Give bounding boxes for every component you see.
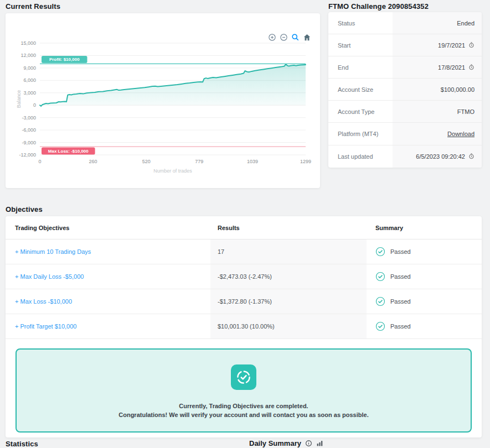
end-date-value: 17/8/2021 (438, 64, 465, 71)
detail-label: Platform (MT4) (328, 123, 393, 144)
column-header-summary: Summary (367, 225, 482, 231)
account-size-value: $100,000.00 (441, 86, 474, 93)
zoom-in-icon[interactable] (268, 33, 276, 41)
svg-text:-12,000: -12,000 (19, 152, 36, 158)
last-updated-value: 6/5/2023 09:20:42 (416, 153, 465, 160)
svg-text:-3,000: -3,000 (22, 115, 36, 121)
svg-text:3,000: 3,000 (23, 90, 36, 96)
svg-text:-6,000: -6,000 (22, 127, 36, 133)
status-badge: Passed (390, 273, 411, 280)
svg-text:Max Loss: -$10,000: Max Loss: -$10,000 (48, 149, 89, 154)
svg-text:260: 260 (89, 159, 97, 164)
svg-text:Balance: Balance (16, 90, 22, 108)
success-message-line2: Congratulations! We will verify your acc… (17, 410, 471, 419)
svg-text:-9,000: -9,000 (22, 140, 36, 145)
status-badge: Passed (390, 298, 411, 305)
start-date-value: 19/7/2021 (438, 42, 465, 49)
svg-text:1039: 1039 (247, 159, 258, 164)
svg-text:Profit: $10,000: Profit: $10,000 (49, 57, 80, 62)
svg-text:6,000: 6,000 (23, 77, 36, 83)
passed-check-icon (375, 247, 385, 257)
status-badge: Passed (390, 323, 411, 330)
success-message-line1: Currently, Trading Objectives are comple… (17, 402, 471, 410)
objective-result: -$1,372.80 (-1.37%) (210, 289, 367, 314)
detail-row-end: End 17/8/2021 (328, 56, 482, 79)
balance-chart-card: 15,00012,0009,0006,0003,0000-3,000-6,000… (6, 13, 320, 188)
objectives-table-header: Trading Objectives Results Summary (6, 216, 482, 239)
detail-label: Last updated (328, 145, 393, 168)
detail-label: End (328, 56, 393, 78)
challenge-title: FTMO Challenge 2090854352 (328, 2, 429, 11)
objective-link-max-loss[interactable]: + Max Loss -$10,000 (15, 298, 72, 305)
objective-result: -$2,473.03 (-2.47%) (210, 264, 367, 289)
detail-label: Start (328, 34, 393, 56)
svg-text:12,000: 12,000 (20, 53, 36, 58)
status-badge: Passed (390, 248, 411, 255)
objective-result: $10,001.30 (10.00%) (210, 314, 367, 338)
selection-zoom-icon[interactable] (291, 33, 300, 41)
table-row: + Max Loss -$10,000 -$1,372.80 (-1.37%) … (6, 289, 482, 314)
account-type-value: FTMO (457, 108, 474, 115)
detail-label: Account Type (328, 101, 393, 122)
svg-text:0: 0 (33, 102, 36, 108)
svg-text:9,000: 9,000 (23, 65, 36, 71)
passed-check-icon (375, 272, 385, 282)
home-icon[interactable] (303, 33, 311, 41)
daily-summary-header: Daily Summary (249, 439, 323, 447)
statistics-title: Statistics (6, 440, 38, 448)
passed-check-icon (375, 296, 385, 306)
bar-chart-icon[interactable] (316, 440, 323, 447)
info-icon[interactable] (305, 440, 312, 447)
detail-row-start: Start 19/7/2021 (328, 34, 482, 56)
objective-result: 17 (210, 239, 367, 264)
objective-link-profit-target[interactable]: + Profit Target $10,000 (15, 323, 76, 330)
zoom-out-icon[interactable] (280, 33, 288, 41)
column-header-results: Results (210, 225, 367, 231)
objectives-completed-banner: Currently, Trading Objectives are comple… (16, 348, 472, 433)
platform-download-link[interactable]: Download (447, 131, 474, 137)
detail-label: Status (328, 12, 393, 34)
detail-row-last-updated: Last updated 6/5/2023 09:20:42 (328, 145, 482, 168)
clock-icon (468, 153, 474, 159)
detail-row-account-size: Account Size $100,000.00 (328, 79, 482, 101)
svg-text:1299: 1299 (300, 159, 311, 164)
table-row: + Max Daily Loss -$5,000 -$2,473.03 (-2.… (6, 264, 482, 289)
detail-label: Account Size (328, 79, 393, 100)
detail-row-account-type: Account Type FTMO (328, 101, 482, 123)
svg-text:15,000: 15,000 (20, 40, 36, 46)
objectives-card: Trading Objectives Results Summary + Min… (6, 216, 482, 437)
svg-text:779: 779 (195, 159, 203, 164)
challenge-details-card: Status Ended Start 19/7/2021 End 17/8/20… (328, 12, 482, 168)
objective-link-max-daily-loss[interactable]: + Max Daily Loss -$5,000 (15, 273, 84, 280)
detail-row-platform: Platform (MT4) Download (328, 123, 482, 145)
column-header-trading-objectives: Trading Objectives (6, 225, 210, 231)
table-row: + Profit Target $10,000 $10,001.30 (10.0… (6, 314, 482, 339)
objectives-title: Objectives (6, 205, 43, 213)
table-row: + Minimum 10 Trading Days 17 Passed (6, 239, 482, 264)
success-check-icon (231, 364, 256, 390)
clock-icon (468, 42, 474, 48)
svg-text:Number of trades: Number of trades (153, 168, 192, 174)
objective-link-min-trading-days[interactable]: + Minimum 10 Trading Days (15, 248, 91, 255)
svg-text:520: 520 (142, 159, 151, 164)
current-results-title: Current Results (6, 2, 60, 11)
clock-icon (468, 64, 474, 70)
passed-check-icon (375, 321, 385, 331)
ftmo-results-page: { "colors": { "accent_teal": "#2ab7a9", … (0, 0, 490, 448)
status-value: Ended (457, 20, 474, 27)
daily-summary-title: Daily Summary (249, 439, 301, 447)
svg-text:0: 0 (38, 159, 41, 164)
chart-toolbar (268, 33, 311, 41)
detail-row-status: Status Ended (328, 12, 482, 34)
